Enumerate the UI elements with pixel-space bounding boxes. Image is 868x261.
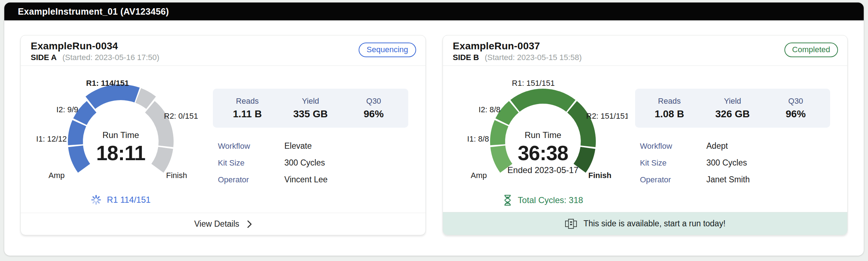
card-body: Amp I1: 8/8 I2: 8/8 R1: 151/151 R2: 151/… [443, 66, 848, 212]
instrument-panel: ExampleInstrument_01 (AV123456) ExampleR… [4, 3, 864, 256]
detail-row-operator: Operator Vincent Lee [218, 175, 408, 184]
metric-yield: Yield 326 GB [701, 97, 764, 120]
gauge-segment-label-amp: Amp [49, 171, 65, 180]
detail-value: 300 Cycles [707, 158, 747, 168]
gauge-column: Amp I1: 12/12 I2: 9/9 R1: 114/151 R2: 0/… [31, 74, 210, 213]
detail-label: Kit Size [218, 158, 284, 168]
gauge-status-line: Total Cycles: 318 [503, 194, 583, 206]
run-card-side-a[interactable]: ExampleRun-0034 SIDE A (Started: 2023-05… [20, 35, 426, 235]
gauge-center-subtext: Ended 2023-05-17 [507, 165, 578, 175]
detail-label: Workflow [218, 142, 284, 151]
metric-value: 335 GB [279, 108, 342, 120]
stats-column: Reads 1.11 B Yield 335 GB Q30 96% [210, 74, 416, 213]
metric-value: 96% [764, 108, 827, 120]
detail-row-workflow: Workflow Elevate [218, 141, 408, 151]
metrics-panel: Reads 1.11 B Yield 335 GB Q30 96% [213, 89, 408, 128]
gauge-column: Amp I1: 8/8 I2: 8/8 R1: 151/151 R2: 151/… [454, 74, 632, 212]
gauge-status-text: R1 114/151 [107, 195, 150, 205]
metric-value: 1.08 B [638, 108, 701, 120]
detail-label: Operator [218, 175, 284, 184]
card-body: Amp I1: 12/12 I2: 9/9 R1: 114/151 R2: 0/… [21, 66, 425, 213]
flowcell-cartridge-icon [564, 218, 578, 230]
gauge-center-label: Run Time [103, 130, 139, 140]
run-card-side-b[interactable]: ExampleRun-0037 SIDE B (Started: 2023-05… [443, 35, 848, 235]
chevron-right-icon [247, 220, 252, 228]
metric-reads: Reads 1.08 B [638, 97, 701, 120]
metric-q30: Q30 96% [342, 97, 405, 120]
gauge-segment-label-amp: Amp [470, 171, 487, 180]
dna-hourglass-icon [503, 194, 513, 206]
detail-row-kit-size: Kit Size 300 Cycles [640, 158, 830, 168]
detail-value: Vincent Lee [284, 175, 328, 184]
metric-label: Reads [216, 97, 279, 106]
run-name: ExampleRun-0034 [31, 40, 159, 52]
gauge-segment-label-r1: R1: 114/151 [86, 79, 129, 88]
side-available-banner: This side is available, start a run toda… [443, 212, 848, 235]
gauge-segment-label-i2: I2: 9/9 [56, 105, 78, 114]
metric-value: 326 GB [701, 108, 764, 120]
gauge-center-value: 18:11 [96, 142, 145, 164]
metric-label: Q30 [764, 97, 827, 106]
metric-yield: Yield 335 GB [279, 97, 342, 120]
run-progress-gauge: Amp I1: 8/8 I2: 8/8 R1: 151/151 R2: 151/… [458, 74, 628, 193]
gauge-segment-label-finish: Finish [166, 171, 187, 180]
detail-value: 300 Cycles [284, 158, 325, 168]
metric-reads: Reads 1.11 B [216, 97, 279, 120]
run-cards-row: ExampleRun-0034 SIDE A (Started: 2023-05… [4, 20, 864, 235]
run-details: Workflow Adept Kit Size 300 Cycles Opera… [635, 141, 830, 184]
detail-label: Operator [640, 175, 707, 184]
spinner-icon [91, 194, 101, 205]
detail-label: Kit Size [640, 158, 707, 168]
status-badge: Sequencing [359, 43, 416, 57]
metric-q30: Q30 96% [764, 97, 827, 120]
stats-column: Reads 1.08 B Yield 326 GB Q30 96% [632, 74, 838, 212]
gauge-segment-label-i1: I1: 12/12 [36, 134, 67, 143]
detail-label: Workflow [640, 142, 707, 151]
instrument-title-bar: ExampleInstrument_01 (AV123456) [4, 3, 864, 20]
metrics-panel: Reads 1.08 B Yield 326 GB Q30 96% [635, 89, 830, 128]
card-header: ExampleRun-0037 SIDE B (Started: 2023-05… [443, 35, 848, 66]
run-details: Workflow Elevate Kit Size 300 Cycles Ope… [213, 141, 408, 184]
gauge-center-label: Run Time [524, 130, 561, 140]
metric-label: Yield [701, 97, 764, 106]
gauge-segment-label-r2: R2: 151/151 [586, 112, 628, 120]
metric-value: 1.11 B [216, 108, 279, 120]
detail-value: Adept [707, 141, 728, 151]
detail-row-kit-size: Kit Size 300 Cycles [218, 158, 408, 168]
detail-row-operator: Operator Janet Smith [640, 175, 830, 184]
gauge-segment-label-r1: R1: 151/151 [512, 79, 555, 88]
detail-value: Elevate [284, 141, 312, 151]
view-details-label: View Details [194, 219, 239, 229]
gauge-segment-label-i2: I2: 8/8 [478, 105, 500, 114]
started-label: (Started: 2023-05-16 17:50) [63, 53, 160, 62]
run-name: ExampleRun-0037 [453, 40, 582, 52]
gauge-center-value: 36:38 [518, 142, 568, 164]
metric-label: Yield [279, 97, 342, 106]
gauge-status-text: Total Cycles: 318 [518, 195, 583, 205]
side-label: SIDE B [453, 53, 479, 62]
gauge-status-line: R1 114/151 [91, 194, 150, 205]
metric-label: Q30 [342, 97, 405, 106]
card-header: ExampleRun-0034 SIDE A (Started: 2023-05… [21, 35, 425, 66]
detail-row-workflow: Workflow Adept [640, 141, 830, 151]
gauge-segment-label-finish: Finish [588, 171, 612, 180]
view-details-button[interactable]: View Details [21, 213, 425, 235]
instrument-title: ExampleInstrument_01 (AV123456) [18, 6, 169, 17]
side-available-text: This side is available, start a run toda… [583, 219, 725, 228]
started-label: (Started: 2023-05-15 15:58) [485, 53, 582, 62]
gauge-segment-label-r2: R2: 0/151 [164, 112, 198, 120]
detail-value: Janet Smith [707, 175, 750, 184]
metric-label: Reads [638, 97, 701, 106]
run-progress-gauge: Amp I1: 12/12 I2: 9/9 R1: 114/151 R2: 0/… [36, 74, 205, 193]
side-label: SIDE A [31, 53, 57, 62]
run-subtitle: SIDE A (Started: 2023-05-16 17:50) [31, 53, 159, 62]
metric-value: 96% [342, 108, 405, 120]
run-subtitle: SIDE B (Started: 2023-05-15 15:58) [453, 53, 582, 62]
gauge-segment-label-i1: I1: 8/8 [467, 134, 489, 143]
status-badge: Completed [784, 43, 838, 57]
